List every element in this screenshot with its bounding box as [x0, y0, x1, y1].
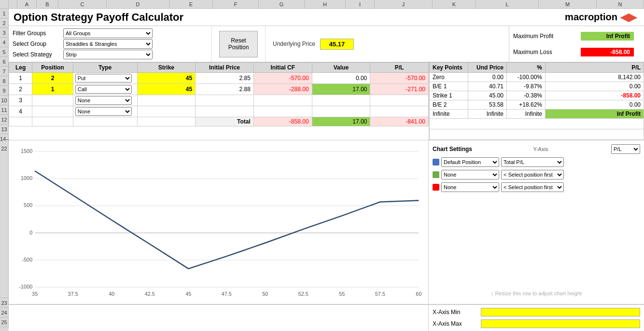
th-value: Value [312, 63, 370, 73]
red-dot [433, 184, 439, 191]
settings-spacer [433, 194, 640, 285]
xaxis-section: X-Axis Min X-Axis Max [9, 304, 644, 331]
leg-2-num: 2 [9, 84, 32, 95]
select-group-select[interactable]: Straddles & Strangles [63, 39, 153, 49]
leg-2-value: 17.00 [312, 84, 370, 95]
leg-4-position [32, 106, 73, 117]
leg-1-value: 0.00 [312, 73, 370, 84]
row-num-6: 6 [0, 57, 9, 67]
green-dot [433, 171, 439, 178]
blue-position-select[interactable]: Default Position [441, 157, 499, 167]
x-label-42.5: 42.5 [145, 291, 155, 297]
kp-row-zero: Zero 0.00 -100.00% 8,142.00 [430, 73, 644, 82]
red-line-select[interactable]: < Select position first [501, 182, 564, 192]
kp-row-infinite: Infinite Infinite Infinite Inf Profit [430, 110, 644, 119]
kp-zero-pl: 8,142.00 [546, 73, 644, 82]
row-num-4: 4 [0, 38, 9, 47]
resize-hint: ↕ Resize this row to adjust chart height [433, 287, 640, 300]
legs-table: Leg Position Type Strike Initial Price I… [9, 62, 429, 126]
leg-1-position: 2 [32, 73, 73, 84]
kp-strike1-label: Strike 1 [430, 91, 468, 100]
col-header-row [9, 0, 17, 8]
col-header-E: E [169, 0, 213, 8]
spreadsheet: A B C D E F G H I J K L M N 1 2 3 4 5 6 … [0, 0, 644, 331]
total-pl: -841.00 [370, 117, 429, 126]
leg-1-num: 1 [9, 73, 32, 84]
filter-groups-label: Filter Groups [13, 30, 63, 37]
row-num-7: 7 [0, 67, 9, 76]
reset-position-button[interactable]: Reset Position [219, 31, 258, 57]
leg-2-initial-price: 2.88 [196, 84, 254, 95]
row-num-12: 12 [0, 115, 9, 124]
total-row: Total -858.00 17.00 -841.00 [9, 117, 429, 126]
y-label-0: 0 [29, 230, 32, 235]
kp-empty-1 [430, 119, 644, 129]
total-value: 17.00 [312, 117, 370, 126]
kp-empty-2 [430, 129, 644, 140]
kp-be2-pct: +18.62% [507, 100, 546, 110]
xaxis-max-row: X-Axis Max [433, 318, 640, 329]
chart-settings-title: Chart Settings [433, 146, 472, 152]
kp-be1-pl: 0.00 [546, 82, 644, 91]
xaxis-min-value[interactable] [481, 308, 640, 317]
filter-groups-row: Filter Groups All Groups [13, 28, 208, 39]
x-label-57.5: 57.5 [375, 291, 385, 297]
col-header-D: D [107, 0, 169, 8]
filter-groups-select[interactable]: All Groups [63, 28, 153, 38]
key-points-table: Key Points Und Price % P/L Zero 0.00 -10… [429, 62, 644, 140]
row-num-11: 11 [0, 105, 9, 115]
leg-4-strike [137, 106, 196, 117]
th-type: Type [73, 63, 137, 73]
max-loss-value: -858.00 [581, 48, 634, 56]
y-label-1000: 1000 [21, 175, 32, 181]
kp-be1-pct: -9.87% [507, 82, 546, 91]
app-title: Option Strategy Payoff Calculator [9, 11, 565, 24]
leg-3-initial-price [196, 95, 254, 106]
select-strategy-row: Select Strategy Strip [13, 49, 208, 60]
reset-btn-block: Reset Position [211, 26, 266, 62]
x-label-35: 35 [32, 291, 38, 297]
xaxis-left-empty [9, 305, 429, 331]
chart-section: 1500 1000 500 0 -500 -1000 [9, 140, 644, 304]
leg-3-type-cell: None [73, 95, 137, 106]
kp-infinite-pct: Infinite [507, 110, 546, 119]
leg-4-type-select[interactable]: None [75, 107, 132, 116]
max-loss-row: Maximum Loss -858.00 [513, 47, 640, 57]
th-initial-price: Initial Price [196, 63, 254, 73]
leg-4-pl [370, 106, 429, 117]
blue-line-select[interactable]: Total P/L [501, 157, 564, 167]
total-empty1 [9, 117, 32, 126]
kp-th-label: Key Points [430, 63, 468, 73]
leg-2-type-select[interactable]: Call [75, 85, 132, 94]
total-empty3 [73, 117, 137, 126]
kp-zero-price: 0.00 [468, 73, 507, 82]
green-line-select[interactable]: < Select position first [501, 170, 564, 179]
th-initial-cf: Initial CF [253, 63, 312, 73]
xaxis-max-value[interactable] [481, 319, 640, 328]
kp-infinite-label: Infinite [430, 110, 468, 119]
y-axis-select[interactable]: P/L [611, 144, 640, 154]
leg-2-strike: 45 [137, 84, 196, 95]
leg-row-4: 4 None [9, 106, 429, 117]
kp-strike1-pl: -858.00 [546, 91, 644, 100]
red-position-select[interactable]: None [441, 182, 499, 192]
row-num-23: 23 [0, 298, 9, 308]
xaxis-min-row: X-Axis Min [433, 307, 640, 317]
leg-3-pl [370, 95, 429, 106]
row-num-chart: 14–22 [0, 134, 9, 298]
row-num-2: 2 [0, 18, 9, 28]
row-num-24: 24 [0, 308, 9, 317]
leg-3-type-select[interactable]: None [75, 96, 132, 105]
leg-2-pl: -271.00 [370, 84, 429, 95]
select-strategy-select[interactable]: Strip [63, 50, 153, 59]
kp-be2-label: B/E 2 [430, 100, 468, 110]
underlying-price-value: 45.17 [320, 39, 354, 50]
max-profit-value: Inf Profit [581, 32, 634, 41]
payoff-line [35, 171, 419, 269]
kp-zero-pct: -100.00% [507, 73, 546, 82]
green-position-select[interactable]: None [441, 170, 499, 179]
leg-1-type-select[interactable]: Put [75, 74, 132, 83]
leg-2-position: 1 [32, 84, 73, 95]
x-label-50: 50 [262, 291, 268, 297]
logo-text: macroption [565, 12, 617, 23]
